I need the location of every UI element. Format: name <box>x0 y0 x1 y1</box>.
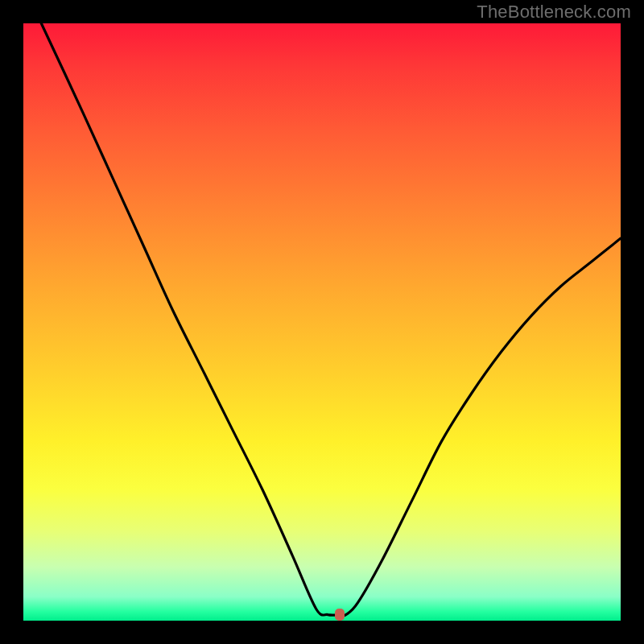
watermark-text: TheBottleneck.com <box>477 2 631 23</box>
plot-area <box>23 23 621 621</box>
bottleneck-curve <box>41 23 621 616</box>
minimum-marker <box>335 609 345 621</box>
chart-frame: TheBottleneck.com <box>0 0 644 644</box>
curve-layer <box>23 23 621 621</box>
